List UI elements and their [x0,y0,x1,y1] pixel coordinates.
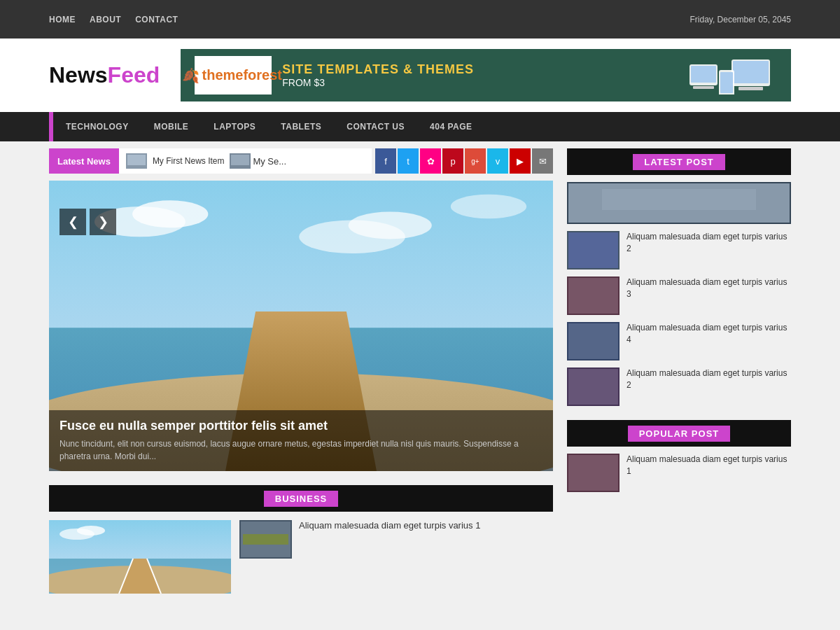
svg-point-17 [349,212,432,239]
sidebar-thumb-4 [567,368,620,406]
popular-post-header: POPULAR POST [567,420,791,447]
catnav-links: TECHNOLOGY MOBILE LAPTOPS TABLETS CONTAC… [53,112,485,141]
business-text: Aliquam malesuada diam eget turpis variu… [299,520,480,531]
business-item: Aliquam malesuada diam eget turpis variu… [239,520,480,594]
latest-news-label: Latest News [49,148,119,174]
svg-rect-5 [693,86,714,89]
svg-rect-57 [568,323,618,359]
slider-prev-button[interactable]: ❮ [59,209,86,235]
svg-point-18 [451,195,526,219]
ticker-text: My First News Item [153,156,225,166]
sidebar-item-text-1: Aliquam malesuada diam eget turpis variu… [626,231,791,255]
category-nav: TECHNOLOGY MOBILE LAPTOPS TABLETS CONTAC… [0,112,840,141]
business-main-image [49,520,231,594]
sidebar-item-1: Aliquam malesuada diam eget turpis variu… [567,231,791,270]
catnav-404[interactable]: 404 PAGE [417,112,484,141]
facebook-icon[interactable]: f [375,148,396,174]
svg-rect-61 [568,455,618,491]
svg-rect-4 [691,66,716,83]
popular-post-label: POPULAR POST [628,426,731,442]
twitter-icon[interactable]: t [398,148,419,174]
topbar: HOME ABOUT CONTACT Friday, December 05, … [0,0,840,38]
featured-top-thumbnail [567,182,791,224]
topbar-nav: HOME ABOUT CONTACT [49,15,178,24]
pinterest-icon[interactable]: p [442,148,463,174]
banner-line2: FROM $3 [282,77,676,88]
sidebar: LATEST POST Aliquam malesuada di [567,148,791,594]
vimeo-icon[interactable]: v [487,148,508,174]
ticker-thumb2 [230,153,251,169]
topbar-date: Friday, December 05, 2045 [690,15,791,24]
email-icon[interactable]: ✉ [532,148,553,174]
popular-item-text-1: Aliquam malesuada diam eget turpis variu… [626,454,791,477]
latest-post-header: LATEST POST [567,148,791,175]
nav-home[interactable]: HOME [49,15,76,24]
header: NewsFeed 🍂 themeforest SITE TEMPLATES & … [0,38,840,112]
sidebar-item-3: Aliquam malesuada diam eget turpis variu… [567,322,791,360]
googleplus-icon[interactable]: g+ [465,148,486,174]
popular-post-section: POPULAR POST Aliquam malesuada diam eget… [567,420,791,492]
popular-thumb-1 [567,454,620,492]
ticker-text2: My Se... [253,156,286,167]
latest-post-section: LATEST POST Aliquam malesuada di [567,148,791,406]
popular-item-1: Aliquam malesuada diam eget turpis variu… [567,454,791,492]
slider-excerpt: Nunc tincidunt, elit non cursus euismod,… [59,438,542,463]
sidebar-item-text-2: Aliquam malesuada diam eget turpis variu… [626,276,791,300]
latest-post-label: LATEST POST [633,154,725,170]
social-icons: f t ✿ p g+ v ▶ ✉ [375,148,553,174]
nav-contact[interactable]: CONTACT [135,15,178,24]
sidebar-item-2: Aliquam malesuada diam eget turpis variu… [567,276,791,315]
banner-devices [686,56,777,94]
sidebar-item-text-4: Aliquam malesuada diam eget turpis variu… [626,368,791,391]
banner-logo-icon: 🍂 [182,67,200,84]
logo: NewsFeed [49,62,160,88]
banner-ad[interactable]: 🍂 themeforest SITE TEMPLATES & THEMES FR… [181,49,791,102]
banner-line1: SITE TEMPLATES & THEMES [282,62,676,77]
ticker-area: My First News Item My Se... [119,148,372,174]
youtube-icon[interactable]: ▶ [510,148,531,174]
content-area: Latest News My First News Item My Se... … [49,148,553,594]
catnav-laptops[interactable]: LAPTOPS [201,112,268,141]
svg-rect-12 [231,155,249,165]
svg-rect-51 [602,189,756,210]
business-section-header: BUSINESS [49,485,553,512]
logo-feed: Feed [108,62,160,88]
business-label: BUSINESS [264,491,338,507]
svg-rect-55 [568,278,618,314]
svg-rect-1 [733,61,769,83]
slider-title: Fusce eu nulla semper porttitor felis si… [59,419,542,433]
featured-slider: ❮ ❯ Fusce eu nulla semper porttitor feli… [49,181,553,471]
flickr-icon[interactable]: ✿ [420,148,441,174]
banner-logo-text: themeforest [202,67,282,83]
svg-point-40 [77,526,105,536]
business-grid: Aliquam malesuada diam eget turpis variu… [49,520,553,594]
sidebar-item-text-3: Aliquam malesuada diam eget turpis variu… [626,322,791,346]
ticker-thumbnail [126,153,147,169]
svg-rect-53 [568,232,618,268]
svg-rect-10 [127,155,146,165]
svg-point-15 [132,200,208,227]
slider-caption: Fusce eu nulla semper porttitor felis si… [49,410,553,471]
catnav-mobile[interactable]: MOBILE [141,112,202,141]
latest-news-bar: Latest News My First News Item My Se... … [49,148,553,174]
catnav-tablets[interactable]: TABLETS [268,112,334,141]
sidebar-item-4: Aliquam malesuada diam eget turpis variu… [567,368,791,406]
banner-logo: 🍂 themeforest [195,56,272,94]
nav-about[interactable]: ABOUT [90,15,121,24]
main-content: Latest News My First News Item My Se... … [0,141,840,601]
sidebar-thumb-1 [567,231,620,270]
business-thumb [239,520,292,559]
sidebar-thumb-3 [567,322,620,360]
svg-rect-2 [738,87,763,90]
svg-rect-59 [568,369,618,405]
banner-text: SITE TEMPLATES & THEMES FROM $3 [282,62,676,88]
slider-next-button[interactable]: ❯ [90,209,116,235]
catnav-technology[interactable]: TECHNOLOGY [53,112,141,141]
sidebar-thumb-2 [567,276,620,315]
svg-rect-7 [720,72,733,93]
catnav-contact-us[interactable]: CONTACT US [334,112,417,141]
svg-rect-48 [243,534,288,545]
logo-news: News [49,62,108,88]
